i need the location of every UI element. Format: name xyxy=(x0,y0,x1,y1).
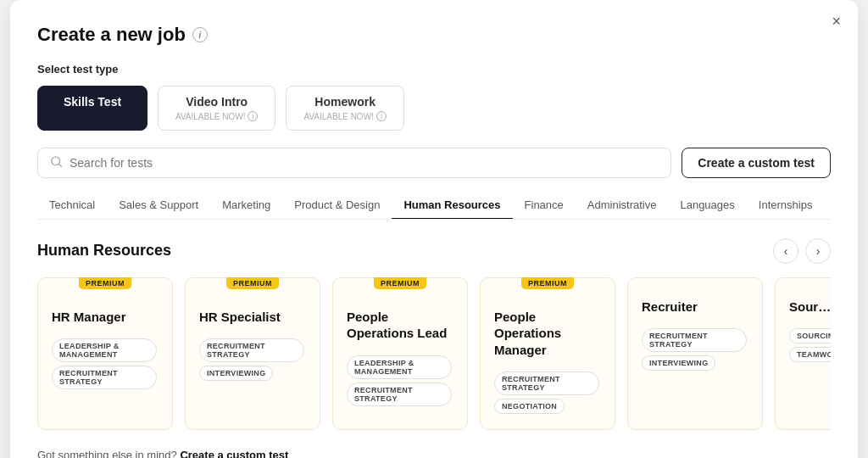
close-button[interactable]: × xyxy=(832,14,841,29)
next-arrow-button[interactable]: › xyxy=(805,238,831,264)
nav-arrows: ‹ › xyxy=(773,238,831,264)
card-tags: Recruitment Strategy Negotiation xyxy=(494,370,601,416)
tag: Recruitment Strategy xyxy=(494,371,599,395)
search-input[interactable] xyxy=(70,156,659,170)
video-available-label: AVAILABLE NOW! i xyxy=(175,111,258,121)
video-intro-label: Video Intro xyxy=(186,95,248,109)
tag: Recruitment Strategy xyxy=(347,383,452,406)
card-title: People Operations Manager xyxy=(494,309,601,359)
tag: Leadership & Management xyxy=(52,338,157,362)
card-people-ops-lead[interactable]: PREMIUM People Operations Lead Leadershi… xyxy=(332,277,468,431)
card-people-ops-manager[interactable]: PREMIUM People Operations Manager Recrui… xyxy=(480,277,615,431)
card-tags: Recruitment Strategy Interviewing xyxy=(199,337,306,383)
card-tags: Leadership & Management Recruitment Stra… xyxy=(347,354,453,408)
tag: Interviewing xyxy=(199,366,273,381)
card-tags: Recruitment Strategy Interviewing xyxy=(642,327,748,372)
section-header: Human Resources ‹ › xyxy=(37,238,831,264)
category-languages[interactable]: Languages xyxy=(668,192,746,220)
tag: Recruitment Strategy xyxy=(199,338,304,362)
card-hr-manager[interactable]: PREMIUM HR Manager Leadership & Manageme… xyxy=(37,277,173,431)
select-test-type-label: Select test type xyxy=(37,63,831,75)
category-personality[interactable]: Personality xyxy=(824,192,831,220)
info-icon[interactable]: i xyxy=(192,27,208,42)
category-admin[interactable]: Administrative xyxy=(576,192,669,220)
video-intro-button[interactable]: Video Intro AVAILABLE NOW! i xyxy=(158,86,275,131)
prev-arrow-button[interactable]: ‹ xyxy=(773,238,798,264)
tag: Interviewing xyxy=(642,355,715,371)
homework-button[interactable]: Homework AVAILABLE NOW! i xyxy=(286,86,403,131)
card-hr-specialist[interactable]: PREMIUM HR Specialist Recruitment Strate… xyxy=(185,277,320,431)
card-title: Recruiter xyxy=(642,299,748,316)
card-tags: Sourcing Teamwor… xyxy=(789,327,831,364)
category-sales[interactable]: Sales & Support xyxy=(107,192,210,220)
card-title: Sourcing Specia… xyxy=(789,299,831,316)
category-marketing[interactable]: Marketing xyxy=(210,192,282,220)
search-icon xyxy=(50,155,63,170)
tag: Leadership & Management xyxy=(347,355,452,379)
cards-row: PREMIUM HR Manager Leadership & Manageme… xyxy=(37,277,831,431)
homework-label: Homework xyxy=(314,95,376,109)
create-custom-test-button[interactable]: Create a custom test xyxy=(682,148,831,178)
category-product[interactable]: Product & Design xyxy=(282,192,392,220)
card-recruiter[interactable]: Recruiter Recruitment Strategy Interview… xyxy=(627,277,763,431)
premium-badge: PREMIUM xyxy=(226,277,279,289)
tag: Recruitment Strategy xyxy=(642,328,747,352)
tag: Teamwor… xyxy=(789,347,831,362)
create-job-modal: × Create a new job i Select test type Sk… xyxy=(10,0,858,458)
test-type-row: Skills Test Video Intro AVAILABLE NOW! i… xyxy=(37,86,831,131)
svg-line-1 xyxy=(59,165,62,167)
category-hr[interactable]: Human Resources xyxy=(392,192,512,220)
footer-note: Got something else in mind? Create a cus… xyxy=(37,449,831,458)
card-tags: Leadership & Management Recruitment Stra… xyxy=(52,337,159,391)
info-icon-small2: i xyxy=(376,111,387,121)
card-title: People Operations Lead xyxy=(347,309,453,342)
skills-test-label: Skills Test xyxy=(64,95,121,109)
footer-create-custom-link[interactable]: Create a custom test xyxy=(180,449,288,458)
homework-available-label: AVAILABLE NOW! i xyxy=(303,111,386,121)
premium-badge: PREMIUM xyxy=(79,277,131,289)
card-title: HR Manager xyxy=(52,309,159,326)
tag: Negotiation xyxy=(494,399,565,414)
card-sourcing-specialist[interactable]: Sourcing Specia… Sourcing Teamwor… xyxy=(775,277,831,431)
search-box xyxy=(37,148,671,178)
section-title: Human Resources xyxy=(37,242,171,260)
category-nav: Technical Sales & Support Marketing Prod… xyxy=(37,192,831,220)
modal-title: Create a new job i xyxy=(37,24,831,46)
skills-test-button[interactable]: Skills Test xyxy=(37,86,147,131)
category-technical[interactable]: Technical xyxy=(37,192,107,220)
info-icon-small: i xyxy=(248,111,258,121)
premium-badge: PREMIUM xyxy=(521,277,574,289)
card-title: HR Specialist xyxy=(199,309,306,326)
premium-badge: PREMIUM xyxy=(374,277,426,289)
search-create-row: Create a custom test xyxy=(37,148,831,178)
tag: Recruitment Strategy xyxy=(52,366,157,389)
category-finance[interactable]: Finance xyxy=(513,192,576,220)
category-internships[interactable]: Internships xyxy=(747,192,825,220)
modal-title-text: Create a new job xyxy=(37,24,186,46)
tag: Sourcing xyxy=(789,328,831,344)
